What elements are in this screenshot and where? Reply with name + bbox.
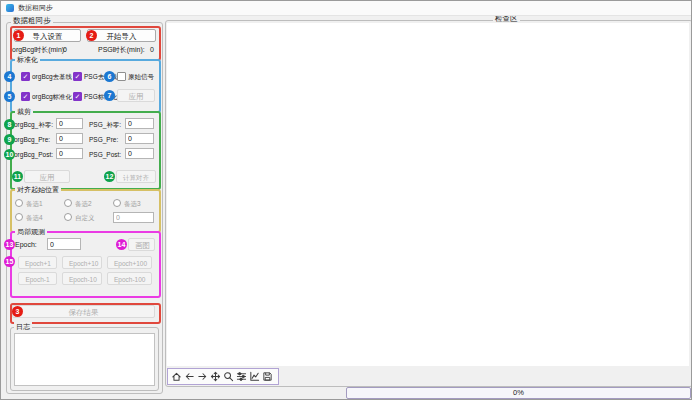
- forward-icon[interactable]: [197, 371, 208, 383]
- custom-label: 自定义: [75, 213, 95, 223]
- epoch-minus10-button[interactable]: Epoch-10: [62, 272, 102, 285]
- crop-row-label: orgBcg_Post:: [14, 150, 53, 160]
- candidate3-radio[interactable]: [113, 199, 121, 207]
- back-icon[interactable]: [184, 371, 195, 383]
- step-badge-12: 12: [104, 171, 115, 182]
- crop-row-label: orgBcg_补零:: [14, 120, 53, 130]
- candidate4-label: 备选4: [26, 213, 43, 223]
- candidate2-radio[interactable]: [64, 199, 72, 207]
- orgbcg-detrend-checkbox[interactable]: [21, 72, 30, 81]
- psg-pre-input[interactable]: [125, 133, 154, 144]
- orgbcg-detrend-label: orgBcg去基线: [32, 72, 72, 82]
- epoch-minus100-button[interactable]: Epoch-100: [107, 272, 152, 285]
- epoch-minus1-button[interactable]: Epoch-1: [18, 272, 57, 285]
- start-import-button[interactable]: 开始导入: [87, 29, 156, 42]
- candidate3-label: 备选3: [124, 199, 141, 209]
- left-panel-group-label: 数据粗同步: [11, 16, 53, 25]
- epoch-plus10-button[interactable]: Epoch+10: [62, 256, 102, 269]
- plot-canvas[interactable]: [167, 23, 689, 366]
- psg-duration-value: 0: [150, 45, 154, 55]
- app-window: 数据粗同步 数据粗同步 导入设置 1 开始导入 2 orgBcg时长(min):…: [0, 0, 692, 400]
- candidate4-radio[interactable]: [15, 213, 23, 221]
- step-badge-11: 11: [12, 171, 23, 182]
- preprocess-group-label: 标准化: [15, 55, 40, 64]
- preprocess-section-box: [10, 59, 161, 113]
- epoch-group-label: 局部观测: [15, 227, 47, 236]
- step-badge-4: 4: [4, 71, 15, 82]
- candidate1-radio[interactable]: [15, 199, 23, 207]
- log-textarea[interactable]: [14, 333, 155, 386]
- raw-signal-label: 原始信号: [128, 72, 154, 82]
- step-badge-2: 2: [86, 30, 97, 41]
- epoch-input[interactable]: [47, 238, 81, 250]
- psg-detrend-checkbox[interactable]: [73, 72, 82, 81]
- orgbcg-norm-label: orgBcg标准化: [32, 92, 72, 102]
- save-figure-icon[interactable]: [262, 371, 273, 383]
- psg-post-input[interactable]: [125, 148, 154, 159]
- step-badge-8: 8: [4, 119, 15, 130]
- step-badge-3: 3: [12, 306, 23, 317]
- home-icon[interactable]: [171, 371, 182, 383]
- step-badge-1: 1: [13, 30, 24, 41]
- draw-button[interactable]: 画图: [128, 238, 155, 251]
- step-badge-5: 5: [4, 91, 15, 102]
- candidate1-label: 备选1: [26, 199, 43, 209]
- epoch-label: Epoch:: [15, 240, 37, 250]
- save-results-button[interactable]: 保存结果: [12, 305, 155, 318]
- orgbcg-padzero-input[interactable]: [56, 118, 83, 129]
- raw-signal-checkbox[interactable]: [117, 72, 126, 81]
- preprocess-apply-button[interactable]: 应用: [117, 89, 155, 102]
- align-group-label: 对齐起始位置: [15, 185, 61, 194]
- crop-row-label: orgBcg_Pre:: [14, 135, 50, 145]
- psg-norm-checkbox[interactable]: [73, 92, 82, 101]
- crop-row-label: PSG_Pre:: [89, 135, 118, 145]
- step-badge-15: 15: [4, 256, 15, 267]
- psg-padzero-input[interactable]: [125, 118, 154, 129]
- log-group-label: 日志: [14, 322, 32, 331]
- pan-icon[interactable]: [210, 371, 221, 383]
- zoom-icon[interactable]: [223, 371, 234, 383]
- progress-bar: 0%: [346, 387, 691, 399]
- crop-apply-button[interactable]: 应用: [24, 170, 70, 183]
- subplots-icon[interactable]: [236, 371, 247, 383]
- step-badge-9: 9: [4, 134, 15, 145]
- app-icon: [6, 4, 14, 12]
- compute-align-button[interactable]: 计算对齐: [116, 170, 156, 183]
- step-badge-13: 13: [4, 239, 15, 250]
- customize-icon[interactable]: [249, 371, 260, 383]
- step-badge-10: 10: [4, 149, 15, 160]
- orgbcg-duration-value: 0: [63, 45, 67, 55]
- custom-position-input[interactable]: [113, 212, 154, 223]
- step-badge-7: 7: [104, 90, 115, 101]
- psg-duration-label: PSG时长(min):: [98, 45, 145, 55]
- progress-percent: 0%: [347, 388, 690, 398]
- window-title: 数据粗同步: [18, 1, 53, 15]
- crop-row-label: PSG_补零:: [89, 120, 121, 130]
- step-badge-14: 14: [116, 239, 127, 250]
- import-settings-button[interactable]: 导入设置: [14, 29, 81, 42]
- orgbcg-pre-input[interactable]: [56, 133, 83, 144]
- crop-group-label: 裁剪: [15, 107, 33, 116]
- epoch-plus1-button[interactable]: Epoch+1: [18, 256, 57, 269]
- candidate2-label: 备选2: [75, 199, 92, 209]
- epoch-plus100-button[interactable]: Epoch+100: [107, 256, 152, 269]
- step-badge-6: 6: [104, 71, 115, 82]
- orgbcg-norm-checkbox[interactable]: [21, 92, 30, 101]
- crop-row-label: PSG_Post:: [89, 150, 121, 160]
- titlebar: 数据粗同步: [1, 1, 691, 16]
- orgbcg-post-input[interactable]: [56, 148, 83, 159]
- orgbcg-duration-label: orgBcg时长(min):: [12, 45, 66, 55]
- plot-toolbar: [167, 368, 279, 385]
- custom-radio[interactable]: [64, 213, 72, 221]
